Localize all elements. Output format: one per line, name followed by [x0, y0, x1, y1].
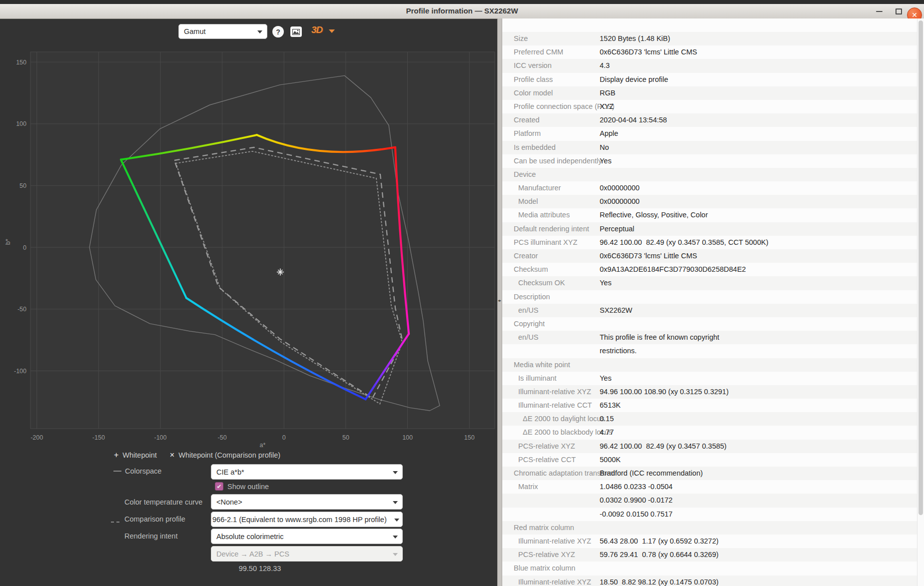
- comparison-profile-value: 966-2.1 (Equivalent to www.srgb.com 1998…: [212, 516, 391, 524]
- row-label: ΔE 2000 to blackbody locus: [523, 426, 612, 439]
- pane-splitter[interactable]: ◂▸: [497, 18, 502, 586]
- svg-text:150: 150: [16, 59, 26, 66]
- table-row: Illuminant-relative CCT6513K: [502, 399, 917, 412]
- svg-text:-100: -100: [14, 368, 26, 375]
- table-row: Checksum OKYes: [502, 276, 917, 290]
- row-value: 0x6C636D73 'lcms' Little CMS: [600, 249, 697, 263]
- scrollbar-thumb[interactable]: [919, 20, 923, 515]
- chevron-down-icon: [393, 536, 398, 539]
- table-row: Checksum0x9A13A2DE6184FC3D779030D6258D84…: [502, 263, 917, 276]
- table-row: PlatformApple: [502, 127, 917, 140]
- table-row: ICC version4.3: [502, 59, 917, 72]
- row-label: ΔE 2000 to daylight locus: [523, 412, 605, 426]
- chevron-down-icon: [393, 501, 398, 504]
- titlebar[interactable]: Profile information — SX2262W ✕: [0, 4, 924, 19]
- show-outline-checkbox[interactable]: ✔: [215, 482, 223, 491]
- profile-info-table: Size1520 Bytes (1.48 KiB)Preferred CMM0x…: [502, 18, 917, 586]
- row-value: SX2262W: [600, 304, 632, 317]
- svg-text:-150: -150: [92, 434, 105, 441]
- row-label: Illuminant-relative CCT: [518, 399, 592, 412]
- svg-text:150: 150: [464, 434, 475, 441]
- chevron-down-icon: [393, 553, 398, 556]
- comparison-profile-select[interactable]: 966-2.1 (Equivalent to www.srgb.com 1998…: [211, 512, 403, 527]
- row-label: en/US: [518, 304, 538, 317]
- table-row: Profile connection space (PCS)XYZ: [502, 100, 917, 113]
- table-row: PCS-relative XYZ96.42 100.00 82.49 (xy 0…: [502, 440, 917, 453]
- table-row: restrictions.: [502, 344, 917, 358]
- maximize-button[interactable]: [892, 4, 906, 18]
- table-row: Device: [502, 168, 917, 181]
- svg-text:0: 0: [282, 434, 286, 441]
- row-value: 59.76 29.41 0.78 (xy 0.6644 0.3269): [600, 548, 719, 562]
- row-label: Preferred CMM: [514, 45, 563, 59]
- row-label: Illuminant-relative XYZ: [518, 385, 591, 399]
- row-label: Checksum OK: [518, 276, 565, 290]
- show-outline-label: Show outline: [227, 483, 269, 491]
- table-row: Color modelRGB: [502, 86, 917, 100]
- row-label: PCS-relative XYZ: [518, 440, 575, 453]
- row-value: Display device profile: [600, 73, 668, 86]
- table-row: en/USThis profile is free of known copyr…: [502, 331, 917, 344]
- minimize-button[interactable]: [872, 4, 886, 18]
- table-row: Media white point: [502, 358, 917, 372]
- table-row: Illuminant-relative XYZ56.43 28.00 1.17 …: [502, 535, 917, 548]
- table-row: Illuminant-relative XYZ94.96 100.00 108.…: [502, 385, 917, 399]
- table-row: Preferred CMM0x6C636D73 'lcms' Little CM…: [502, 45, 917, 59]
- color-temperature-curve-select[interactable]: <None>: [211, 494, 403, 510]
- row-label: PCS-relative XYZ: [518, 548, 575, 562]
- row-value: 56.43 28.00 1.17 (xy 0.6592 0.3272): [600, 535, 719, 548]
- row-value: restrictions.: [600, 344, 637, 358]
- whitepoint-comparison-legend-label: Whitepoint (Comparison profile): [178, 451, 280, 459]
- row-value: 18.50 8.82 98.12 (xy 0.1475 0.0703): [600, 576, 719, 586]
- chevron-down-icon: [393, 471, 398, 474]
- table-row: Size1520 Bytes (1.48 KiB): [502, 32, 917, 45]
- minimize-icon: [876, 11, 883, 12]
- row-label: PCS illuminant XYZ: [514, 236, 577, 249]
- whitepoint-legend-label: Whitepoint: [122, 451, 157, 459]
- table-row: Created2020-04-04 13:54:58: [502, 113, 917, 127]
- row-value: 0.0302 0.9900 -0.0172: [600, 494, 673, 507]
- table-row: Blue matrix column: [502, 562, 917, 575]
- row-value: 0x6C636D73 'lcms' Little CMS: [600, 45, 697, 59]
- window-title: Profile information — SX2262W: [0, 6, 924, 15]
- table-row: Matrix1.0486 0.0233 -0.0504: [502, 480, 917, 494]
- table-row: Chromatic adaptation transformBradford (…: [502, 467, 917, 480]
- row-value: 0x00000000: [600, 181, 640, 195]
- table-row: Default rendering intentPerceptual: [502, 222, 917, 236]
- row-label: Checksum: [514, 263, 548, 276]
- row-value: Yes: [600, 276, 612, 290]
- row-label: Red matrix column: [514, 521, 574, 535]
- row-label: Default rendering intent: [514, 222, 589, 236]
- row-label: Is embedded: [514, 141, 556, 154]
- table-row: Manufacturer0x00000000: [502, 181, 917, 195]
- rendering-intent-select[interactable]: Absolute colorimetric: [211, 529, 403, 544]
- row-value: 0x9A13A2DE6184FC3D779030D6258D84E2: [600, 263, 746, 276]
- row-label: Illuminant-relative XYZ: [518, 535, 591, 548]
- table-row: Can be used independentlyYes: [502, 154, 917, 168]
- table-row: Description: [502, 290, 917, 304]
- row-value: Bradford (ICC recommendation): [600, 467, 703, 480]
- row-label: Media white point: [514, 358, 570, 372]
- svg-text:0: 0: [23, 244, 26, 251]
- row-label: Matrix: [518, 480, 538, 494]
- color-temperature-curve-value: <None>: [216, 498, 389, 506]
- row-value: 94.96 100.00 108.90 (xy 0.3125 0.3291): [600, 385, 729, 399]
- row-value: 6513K: [600, 399, 621, 412]
- table-row: Copyright: [502, 317, 917, 331]
- pipeline-value: Device → A2B → PCS: [216, 550, 389, 558]
- row-value: 96.42 100.00 82.49 (xy 0.3457 0.3585): [600, 440, 727, 453]
- table-row: Creator0x6C636D73 'lcms' Little CMS: [502, 249, 917, 263]
- svg-text:-200: -200: [30, 434, 43, 441]
- row-label: PCS-relative CCT: [518, 453, 576, 467]
- maximize-icon: [896, 8, 902, 14]
- row-label: Description: [514, 290, 550, 304]
- row-label: Is illuminant: [518, 372, 557, 385]
- colorspace-select[interactable]: CIE a*b*: [211, 464, 403, 480]
- row-value: 5000K: [600, 453, 621, 467]
- row-label: Model: [518, 195, 538, 208]
- table-scrollbar[interactable]: [917, 18, 924, 586]
- row-value: -0.0092 0.0150 0.7517: [600, 508, 673, 521]
- row-value: Reflective, Glossy, Positive, Color: [600, 208, 708, 222]
- row-value: 4.3: [600, 59, 610, 72]
- row-label: Copyright: [514, 317, 545, 331]
